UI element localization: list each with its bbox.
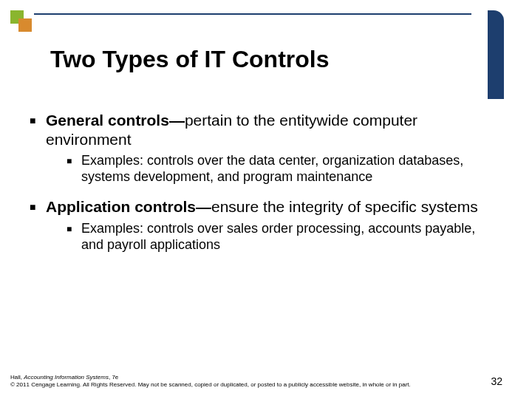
right-accent-bar [488,10,504,99]
bullet-marker: ■ [66,221,81,253]
footer-book: Accounting Information Systems [24,374,109,381]
slide-body: ■ General controls—pertain to the entity… [30,111,488,265]
footer-citation: Hall, Accounting Information Systems, 7e… [10,374,411,389]
slide-footer: Hall, Accounting Information Systems, 7e… [10,374,502,389]
bullet-level2: ■ Examples: controls over the data cente… [66,153,488,185]
bullet-marker: ■ [66,153,81,185]
bullet-level2: ■ Examples: controls over sales order pr… [66,221,488,253]
square-orange [18,18,32,32]
slide-title: Two Types of IT Controls [50,46,329,73]
top-rule [34,10,488,15]
bullet-rest: ensure the integrity of specific systems [211,198,478,215]
bullet-marker: ■ [30,111,46,149]
bullet-lead: General controls— [46,112,185,129]
bullet-lead: Application controls— [46,198,211,215]
bullet-text: Application controls—ensure the integrit… [46,197,488,216]
bullet-sub-text: Examples: controls over sales order proc… [81,221,488,253]
bullet-sub-text: Examples: controls over the data center,… [81,153,488,185]
page-number: 32 [491,375,502,389]
footer-edition: , 7e [109,374,118,381]
bullet-text: General controls—pertain to the entitywi… [46,111,488,149]
footer-author: Hall, [10,374,24,381]
bullet-level1: ■ Application controls—ensure the integr… [30,197,488,216]
decorative-squares [10,10,37,37]
bullet-marker: ■ [30,197,46,216]
bullet-level1: ■ General controls—pertain to the entity… [30,111,488,149]
footer-copyright: © 2011 Cengage Learning. All Rights Rese… [10,381,411,388]
